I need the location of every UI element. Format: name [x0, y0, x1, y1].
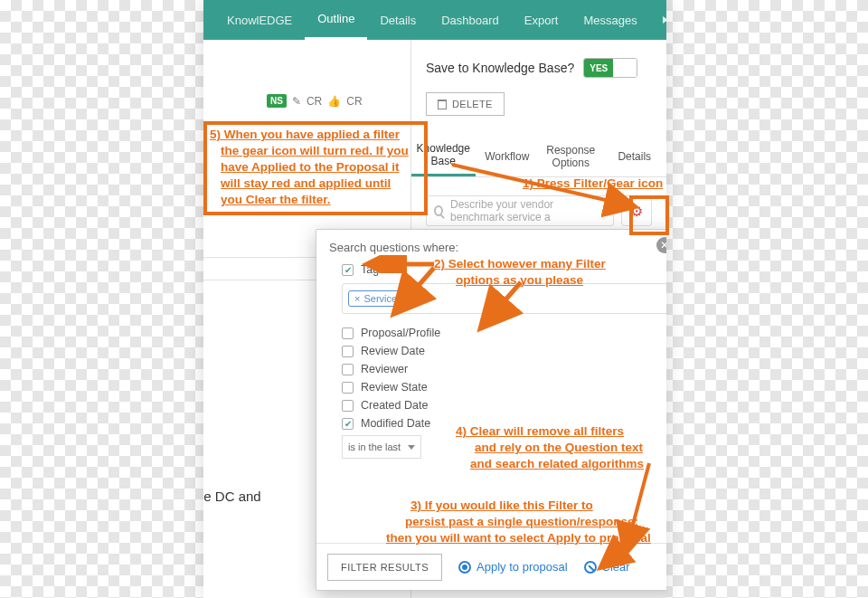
modified-date-operator[interactable]: is in the last	[342, 435, 421, 459]
nav-export[interactable]: Export	[512, 0, 571, 40]
pencil-icon[interactable]: ✎	[292, 95, 301, 108]
save-label: Save to Knowledge Base?	[426, 61, 574, 75]
filter-label: Modified Date	[361, 417, 430, 430]
filter-label: Review Date	[361, 345, 425, 357]
ns-badge: NS	[267, 94, 287, 108]
anno-step1: 1) Press Filter/Gear icon	[523, 176, 663, 192]
popover-footer: FILTER RESULTS Apply to proposal Clear	[316, 543, 666, 590]
nav-knowledge[interactable]: KnowlEDGE	[214, 0, 305, 40]
thumbs-up-icon[interactable]: 👍	[327, 95, 341, 108]
anno-step3-l2: persist past a single question/response;	[405, 514, 638, 530]
clear-icon	[584, 561, 597, 574]
anno-step4-l2: and rely on the Question text	[475, 440, 643, 456]
nav-outline[interactable]: Outline	[305, 0, 367, 40]
filter-label: Proposal/Profile	[361, 327, 440, 339]
search-icon	[434, 205, 443, 216]
play-icon	[663, 16, 666, 24]
nav-dashboard[interactable]: Dashboard	[429, 0, 512, 40]
popover-title: Search questions where:	[329, 241, 666, 254]
anno-step3-l1: 3) If you would like this Filter to	[410, 498, 593, 514]
anno-step2-l1: 2) Select however many Filter	[434, 256, 606, 272]
cr-label-2: CR	[346, 95, 362, 108]
nav-messages[interactable]: Messages	[571, 0, 649, 40]
search-placeholder: Describe your vendor benchmark service a	[450, 198, 606, 223]
checkbox-review-state[interactable]	[342, 382, 354, 394]
checkbox-proposal[interactable]	[342, 327, 354, 339]
anno-step3-l3: then you will want to select Apply to pr…	[386, 530, 651, 546]
checkbox-modified-date[interactable]	[342, 418, 354, 430]
anno-step5-l1: 5) When you have applied a filter	[210, 127, 400, 143]
toggle-yes-label: YES	[584, 59, 613, 77]
search-input[interactable]: Describe your vendor benchmark service a	[426, 195, 614, 226]
filter-label: Review State	[361, 381, 428, 394]
status-badges: NS ✎ CR 👍 CR	[267, 94, 363, 108]
chevron-down-icon	[408, 445, 415, 450]
anno-step5-l3: have Applied to the Proposal it	[221, 159, 400, 176]
select-value: is in the last	[348, 441, 401, 452]
cr-label-1: CR	[307, 95, 322, 108]
save-row: Save to Knowledge Base? YES	[411, 40, 666, 87]
save-toggle[interactable]: YES	[583, 58, 637, 78]
filter-row-review-state[interactable]: Review State	[342, 381, 666, 394]
filter-row-proposal[interactable]: Proposal/Profile	[342, 327, 666, 339]
tag-remove-icon[interactable]: ×	[354, 293, 360, 304]
clear-label: Clear	[602, 560, 630, 574]
filter-label: Reviewer	[361, 363, 408, 375]
filter-label: Tags	[361, 263, 384, 276]
filter-results-button[interactable]: FILTER RESULTS	[327, 554, 442, 581]
tab-workflow[interactable]: Workflow	[476, 136, 540, 176]
tab-details[interactable]: Details	[603, 136, 667, 176]
anno-step5-l4: will stay red and applied until	[221, 176, 391, 192]
tag-chip-services[interactable]: × Services	[348, 290, 409, 307]
clipped-body-text: he DC and	[203, 489, 261, 504]
filter-row-created-date[interactable]: Created Date	[342, 399, 666, 412]
filter-row-reviewer[interactable]: Reviewer	[342, 363, 666, 375]
detail-tabs: Knowledge Base Workflow Response Options…	[411, 136, 666, 177]
anno-step2-l2: options as you please	[456, 272, 583, 289]
tab-response-options[interactable]: Response Options	[539, 136, 603, 176]
delete-button[interactable]: DELETE	[426, 92, 505, 116]
callout-box-gear	[629, 195, 669, 235]
checkbox-created-date[interactable]	[342, 400, 354, 412]
clear-filters-link[interactable]: Clear	[584, 560, 630, 574]
checkbox-tags[interactable]	[342, 264, 354, 276]
apply-label: Apply to proposal	[476, 560, 567, 574]
nav-tour[interactable]: Tour	[650, 0, 666, 40]
anno-step4-l3: and search related algorithms	[470, 456, 644, 472]
toggle-knob	[613, 59, 637, 77]
top-navbar: KnowlEDGE Outline Details Dashboard Expo…	[203, 0, 666, 40]
checkbox-review-date[interactable]	[342, 346, 354, 357]
tag-chip-label: Services	[363, 293, 401, 304]
apply-to-proposal-link[interactable]: Apply to proposal	[458, 560, 567, 574]
nav-details[interactable]: Details	[367, 0, 429, 40]
popover-close-button[interactable]: ✕	[656, 237, 666, 253]
trash-icon	[438, 100, 447, 109]
anno-step5-l2: the gear icon will turn red. If you	[221, 143, 409, 159]
anno-step5-l5: you Clear the filter.	[221, 192, 331, 208]
delete-label: DELETE	[452, 99, 493, 109]
filter-row-review-date[interactable]: Review Date	[342, 345, 666, 357]
checkbox-reviewer[interactable]	[342, 364, 354, 375]
filter-label: Created Date	[361, 399, 428, 412]
search-row: Describe your vendor benchmark service a…	[426, 195, 652, 226]
apply-toggle-icon	[458, 561, 471, 574]
anno-step4-l1: 4) Clear will remove all filters	[456, 423, 624, 440]
